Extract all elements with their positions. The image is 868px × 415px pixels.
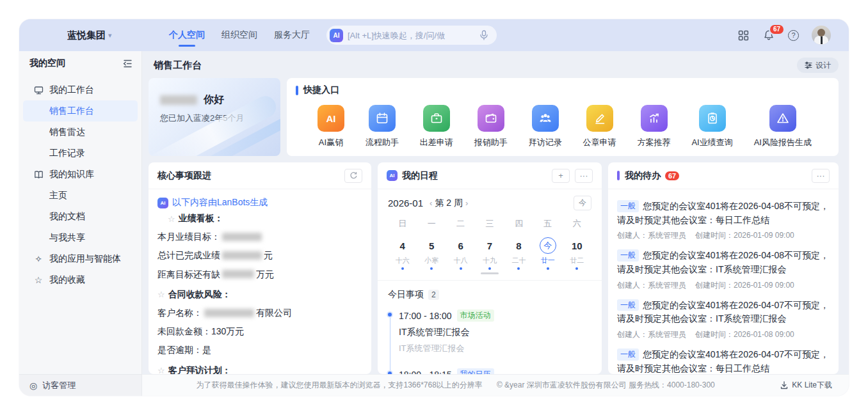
event-dot (517, 267, 520, 270)
overdue-line: 是否逾期：是 (157, 343, 362, 356)
microphone-icon[interactable] (478, 29, 490, 42)
clipboard-chart-icon (699, 105, 726, 132)
app-window: 蓝悦集团 ▾ 个人空间 组织空间 服务大厅 AI 67 ? (19, 19, 849, 396)
design-button[interactable]: 设计 (797, 58, 839, 73)
todo-item[interactable]: 一般您预定的会议室401将在2026-04-07不可预定，请及时预定其他会议室：… (617, 348, 830, 374)
day-cell[interactable]: 5小寒 (417, 237, 446, 270)
sparkle-icon: ✧ (33, 254, 44, 264)
apps-grid-icon[interactable] (737, 29, 750, 42)
schedule-card: AI 我的日程 + ··· 2026-01 ‹ (378, 162, 602, 374)
wallet-icon (478, 105, 504, 132)
sidebar-item-label: 我的知识库 (49, 169, 94, 180)
sidebar-item-label: 我的工作台 (49, 84, 94, 96)
search-input[interactable] (348, 31, 473, 40)
sidebar-item-label: 主页 (49, 190, 67, 201)
visit-plan-heading: ☆ 客户拜访计划： (157, 365, 362, 374)
org-switcher[interactable]: 蓝悦集团 ▾ (19, 29, 142, 42)
sidebar-item-label: 与我共享 (49, 232, 85, 244)
ai-marketing-icon: AI (317, 105, 344, 132)
sidebar-item-home[interactable]: 主页 (23, 185, 138, 206)
day-cell[interactable]: 4十六 (388, 237, 417, 270)
event-item[interactable]: 18:00 - 18:15 我的日历 每日工作总结 (399, 368, 591, 374)
warning-triangle-icon (769, 105, 796, 132)
quick-entry-business-trip[interactable]: 出差申请 (420, 105, 453, 148)
notifications-bell-icon[interactable]: 67 (762, 29, 775, 42)
core-items-card: 核心事项跟进 AI 以下内容由LanBots生成 ☆ (149, 162, 371, 374)
quick-entry-label: 出差申请 (420, 137, 453, 148)
user-avatar[interactable] (812, 26, 831, 45)
priority-tag: 一般 (617, 200, 639, 212)
sidebar-item-label: 工作记录 (49, 148, 85, 159)
sidebar-item-label: 销售工作台 (49, 106, 94, 117)
sidebar-item-work-record[interactable]: 工作记录 (23, 143, 138, 164)
tab-org-space[interactable]: 组织空间 (221, 29, 257, 41)
quick-entry-process-assistant[interactable]: 流程助手 (366, 105, 399, 148)
tab-service-hall[interactable]: 服务大厅 (274, 29, 310, 41)
quick-entry-seal-application[interactable]: 公章申请 (583, 105, 616, 148)
sidebar-item-knowledge-base[interactable]: 我的知识库 (23, 164, 138, 185)
add-event-button[interactable]: + (552, 169, 570, 183)
kk-lite-download[interactable]: KK Lite下载 (780, 380, 832, 391)
chart-icon (641, 105, 668, 132)
more-button[interactable]: ··· (812, 169, 830, 183)
quick-entry-ai-risk-report[interactable]: AI风险报告生成 (754, 105, 812, 148)
event-tag: 市场活动 (457, 309, 494, 322)
sidebar-title: 我的空间 (29, 58, 65, 69)
sidebar-item-favorites[interactable]: ☆ 我的收藏 (23, 269, 138, 290)
sidebar-item-sales-workbench[interactable]: 销售工作台 (23, 100, 138, 121)
day-cell[interactable]: 6十八 (446, 237, 475, 270)
ai-search-icon: AI (330, 29, 343, 42)
star-bullet-icon: ☆ (157, 366, 165, 374)
sidebar-item-shared-with-me[interactable]: 与我共享 (23, 227, 138, 248)
sidebar-item-my-docs[interactable]: 我的文档 (23, 206, 138, 227)
sidebar-item-my-workbench[interactable]: 我的工作台 (23, 79, 138, 100)
todo-item[interactable]: 一般您预定的会议室401将在2026-04-08不可预定，请及时预定其他会议室：… (617, 249, 830, 290)
chevron-down-icon: ▾ (108, 31, 112, 40)
timeline-line (390, 316, 391, 374)
quick-entry-solution-recommend[interactable]: 方案推荐 (638, 105, 671, 148)
tab-personal-space[interactable]: 个人空间 (169, 29, 205, 41)
event-dot (575, 267, 578, 270)
sidebar-collapse-icon[interactable] (123, 59, 133, 68)
todo-item[interactable]: 一般您预定的会议室401将在2026-04-07不可预定，请及时预定其他会议室：… (617, 299, 830, 340)
day-cell[interactable]: 8二十 (504, 237, 533, 270)
help-icon[interactable]: ? (788, 30, 799, 41)
quick-entry-title: 快捷入口 (303, 84, 339, 96)
quick-entry-ai-performance-query[interactable]: AI业绩查询 (691, 105, 732, 148)
prev-week-icon[interactable]: ‹ (430, 198, 432, 208)
quick-entry-label: 报销助手 (474, 137, 508, 148)
ai-generated-note: AI 以下内容由LanBots生成 (157, 197, 362, 208)
redacted-value (204, 309, 254, 317)
today-button[interactable]: 今 (574, 196, 591, 210)
star-bullet-icon: ☆ (157, 290, 165, 299)
visitor-management[interactable]: ◎ 访客管理 (19, 374, 141, 396)
refresh-button[interactable] (344, 169, 362, 183)
day-cell-selected[interactable]: 7十九 (475, 237, 504, 270)
page-title: 销售工作台 (154, 59, 202, 72)
quick-entry-ai-marketing[interactable]: AI AI赢销 (317, 105, 344, 148)
next-week-icon[interactable]: › (465, 198, 468, 208)
sidebar-item-label: 我的应用与智能体 (49, 253, 121, 265)
quick-entry-visit-record[interactable]: 拜访记录 (529, 105, 562, 148)
event-dot (547, 267, 549, 270)
quick-entry-reimbursement[interactable]: 报销助手 (474, 105, 508, 148)
sidebar-nav: 我的工作台 销售工作台 销售雷达 工作记录 我的知识库 主页 (19, 75, 141, 374)
sidebar-item-sales-radar[interactable]: 销售雷达 (23, 121, 138, 143)
sidebar-item-label: 我的收藏 (49, 274, 85, 286)
sidebar-item-apps-agents[interactable]: ✧ 我的应用与智能体 (23, 248, 138, 269)
unpaid-amount-line: 未回款金额：130万元 (157, 325, 362, 338)
lanbots-ai-icon: AI (157, 198, 168, 208)
gap-to-target-line: 距离目标还有缺万元 (157, 268, 362, 281)
calendar-icon (369, 105, 396, 132)
week-label: 第 2 周 (435, 198, 463, 209)
day-cell-today[interactable]: 今廿一 (533, 237, 562, 270)
design-button-label: 设计 (816, 60, 831, 71)
day-cell[interactable]: 10廿二 (563, 237, 591, 270)
todo-title: 我的待办 (625, 170, 661, 182)
event-item[interactable]: 17:00 - 18:00 市场活动 IT系统管理汇报会 IT系统管理汇报会 (399, 309, 591, 354)
global-search[interactable]: AI (326, 26, 497, 45)
more-button[interactable]: ··· (575, 169, 593, 183)
quick-entry-label: 流程助手 (366, 137, 399, 148)
briefcase-icon (423, 105, 450, 132)
todo-item[interactable]: 一般您预定的会议室401将在2026-04-08不可预定，请及时预定其他会议室：… (617, 200, 830, 241)
